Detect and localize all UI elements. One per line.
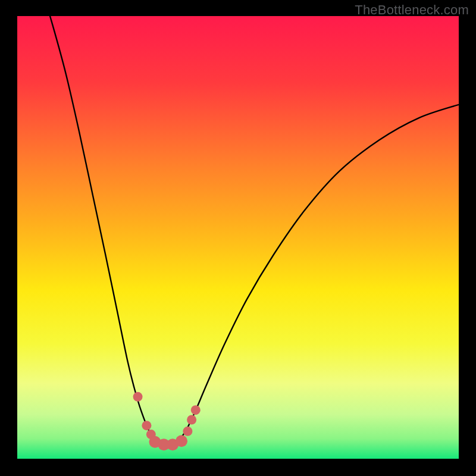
plot-background [17,16,459,459]
data-marker [176,435,187,447]
data-marker [133,392,143,402]
data-marker [183,427,192,436]
watermark-text: TheBottleneck.com [355,2,469,18]
data-marker [142,421,151,430]
data-marker [187,415,196,425]
plot-area [0,0,476,476]
data-marker [191,405,201,415]
chart-frame: TheBottleneck.com [0,0,476,476]
bottleneck-chart [0,0,476,476]
